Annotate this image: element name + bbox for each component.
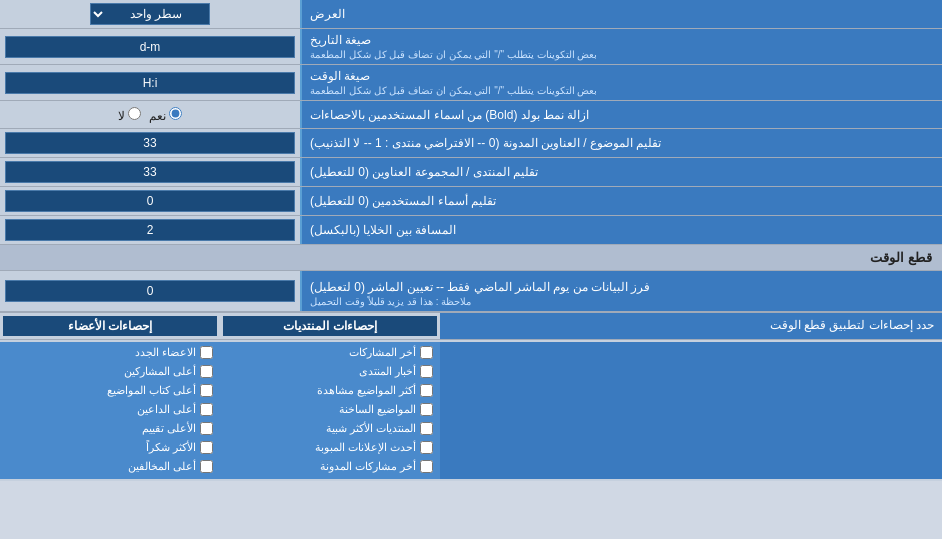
- date-format-input[interactable]: [5, 36, 295, 58]
- user-names-input-area: [0, 187, 300, 215]
- list-item: أعلى المشاركين: [3, 363, 217, 380]
- col-spacing-input[interactable]: [5, 219, 295, 241]
- date-format-label: صيغة التاريخ بعض التكوينات يتطلب "/" الت…: [300, 29, 942, 64]
- stats-col1-item-2-checkbox[interactable]: [420, 365, 433, 378]
- list-item: أخر مشاركات المدونة: [223, 458, 437, 475]
- forum-titles-input-area: [0, 158, 300, 186]
- stats-col2-item-2-checkbox[interactable]: [200, 365, 213, 378]
- stats-col1-header: إحصاءات المنتديات: [223, 316, 437, 336]
- list-item: المواضيع الساخنة: [223, 401, 437, 418]
- stats-apply-label: حدد إحصاءات لتطبيق قطع الوقت: [440, 313, 942, 339]
- list-item: الاعضاء الجدد: [3, 344, 217, 361]
- stats-col1-item-6-checkbox[interactable]: [420, 441, 433, 454]
- topic-titles-input[interactable]: [5, 132, 295, 154]
- display-select[interactable]: سطر واحد سطرين ثلاثة أسطر: [90, 3, 210, 25]
- list-item: أكثر المواضيع مشاهدة: [223, 382, 437, 399]
- stats-col2-header: إحصاءات الأعضاء: [3, 316, 217, 336]
- col-spacing-label: المسافة بين الخلايا (بالبكسل): [300, 216, 942, 244]
- time-format-input-area: [0, 65, 300, 100]
- stats-col2-item-7-checkbox[interactable]: [200, 460, 213, 473]
- bold-remove-radio-area: نعم لا: [0, 101, 300, 128]
- user-names-input[interactable]: [5, 190, 295, 212]
- bold-remove-radiogroup: نعم لا: [118, 107, 183, 123]
- stats-col2-item-3-checkbox[interactable]: [200, 384, 213, 397]
- display-label: العرض: [300, 0, 942, 28]
- stats-col2-item-4-checkbox[interactable]: [200, 403, 213, 416]
- display-select-area: سطر واحد سطرين ثلاثة أسطر: [0, 0, 300, 28]
- stats-col1-item-1-checkbox[interactable]: [420, 346, 433, 359]
- list-item: أعلى الداعين: [3, 401, 217, 418]
- time-format-input[interactable]: [5, 72, 295, 94]
- stats-col1-item-7-checkbox[interactable]: [420, 460, 433, 473]
- forum-titles-input[interactable]: [5, 161, 295, 183]
- list-item: الأكثر شكراً: [3, 439, 217, 456]
- stats-col1-item-4-checkbox[interactable]: [420, 403, 433, 416]
- bold-remove-yes[interactable]: [169, 107, 182, 120]
- cutoff-days-label: فرز البيانات من يوم الماشر الماضي فقط --…: [300, 271, 942, 311]
- cutoff-days-input-area: [0, 271, 300, 311]
- list-item: الأعلى تقييم: [3, 420, 217, 437]
- stats-col2-item-1-checkbox[interactable]: [200, 346, 213, 359]
- user-names-label: تقليم أسماء المستخدمين (0 للتعطيل): [300, 187, 942, 215]
- list-item: أعلى المخالفين: [3, 458, 217, 475]
- stats-col1-item-3-checkbox[interactable]: [420, 384, 433, 397]
- list-item: أحدث الإعلانات المبوبة: [223, 439, 437, 456]
- bold-remove-label: ازالة نمط بولد (Bold) من اسماء المستخدمي…: [300, 101, 942, 128]
- stats-col2-items: الاعضاء الجدد أعلى المشاركين أعلى كتاب ا…: [0, 342, 220, 479]
- bold-remove-no[interactable]: [128, 107, 141, 120]
- date-format-input-area: [0, 29, 300, 64]
- forum-titles-label: تقليم المنتدى / المجموعة العناوين (0 للت…: [300, 158, 942, 186]
- stats-col1-item-5-checkbox[interactable]: [420, 422, 433, 435]
- list-item: أخبار المنتدى: [223, 363, 437, 380]
- stats-col1-items: أخر المشاركات أخبار المنتدى أكثر المواضي…: [220, 342, 440, 479]
- list-item: أخر المشاركات: [223, 344, 437, 361]
- list-item: المنتديات الأكثر شبية: [223, 420, 437, 437]
- time-format-label: صيغة الوقت بعض التكوينات يتطلب "/" التي …: [300, 65, 942, 100]
- col-spacing-input-area: [0, 216, 300, 244]
- cutoff-days-input[interactable]: [5, 280, 295, 302]
- stats-col2-item-5-checkbox[interactable]: [200, 422, 213, 435]
- cutoff-section-header: قطع الوقت: [0, 245, 942, 271]
- stats-col2-item-6-checkbox[interactable]: [200, 441, 213, 454]
- topic-titles-label: تقليم الموضوع / العناوين المدونة (0 -- ا…: [300, 129, 942, 157]
- topic-titles-input-area: [0, 129, 300, 157]
- list-item: أعلى كتاب المواضيع: [3, 382, 217, 399]
